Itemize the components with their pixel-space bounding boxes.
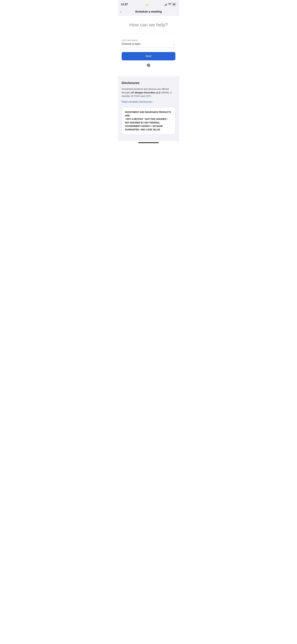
nav-header: ‹ Schedule a meeting bbox=[118, 8, 179, 16]
chevron-down-icon: ⌄ bbox=[173, 42, 175, 46]
moon-icon: 🌙 bbox=[145, 3, 148, 6]
dot-indicator bbox=[122, 64, 175, 67]
help-heading: How can we help? bbox=[122, 22, 175, 28]
home-bar bbox=[138, 142, 159, 143]
chevron-right-icon: › bbox=[152, 100, 153, 103]
next-button[interactable]: Next bbox=[122, 52, 175, 60]
home-indicator bbox=[118, 141, 179, 146]
topic-dropdown[interactable]: Choose a topic ⌄ bbox=[122, 42, 175, 47]
sipc-link[interactable]: SIPC bbox=[146, 95, 151, 97]
wifi-icon bbox=[168, 3, 171, 6]
topic-section: Let's talk about... Choose a topic ⌄ bbox=[122, 39, 175, 47]
read-more-link[interactable]: Read complete disclosures › bbox=[122, 100, 175, 103]
topic-select-text: Choose a topic bbox=[122, 42, 140, 46]
investment-disclaimer-text: INVESTMENT AND INSURANCE PRODUCTS ARE: •… bbox=[125, 110, 172, 132]
signal-icon bbox=[165, 3, 167, 6]
disclosures-title: Disclosures bbox=[122, 81, 175, 85]
status-icons: 36 bbox=[165, 3, 176, 6]
disclosures-body: Investment products and services are off… bbox=[122, 87, 175, 98]
status-time: 11:27 bbox=[121, 3, 128, 6]
main-content: How can we help? Let's talk about... Cho… bbox=[118, 16, 179, 76]
back-button[interactable]: ‹ bbox=[120, 10, 121, 14]
investment-disclaimer-box: INVESTMENT AND INSURANCE PRODUCTS ARE: •… bbox=[122, 107, 175, 135]
page-title: Schedule a meeting bbox=[135, 10, 162, 13]
topic-label: Let's talk about... bbox=[122, 39, 175, 42]
progress-dot bbox=[147, 64, 150, 67]
disclosures-section: Disclosures Investment products and serv… bbox=[118, 76, 179, 141]
finra-link[interactable]: FINRA bbox=[134, 95, 140, 97]
status-bar: 11:27 🌙 36 bbox=[118, 0, 179, 8]
battery-icon: 36 bbox=[172, 3, 176, 6]
